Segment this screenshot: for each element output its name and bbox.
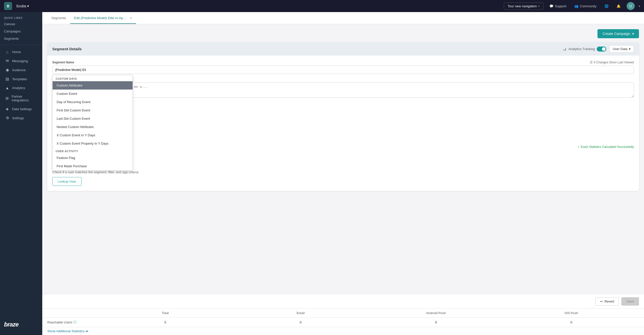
- dropdown-item-first-purchase[interactable]: First Made Purchase: [53, 162, 133, 170]
- dropdown-item-nested-custom[interactable]: Nested Custom Attributes: [53, 123, 133, 131]
- quick-links-header: QUICK LINKS: [0, 15, 42, 20]
- sidebar-item-label-data-settings: Data Settings: [12, 107, 32, 111]
- community-label: Community: [580, 4, 596, 8]
- total-header: Total: [98, 311, 233, 315]
- segment-name-section: Segment Name ☰ 0 Changes Since Last View…: [52, 61, 634, 74]
- data-settings-icon: ◈: [5, 107, 10, 111]
- sidebar-item-messaging[interactable]: ✉ Messaging: [1, 56, 41, 65]
- messaging-icon: ✉: [5, 59, 10, 63]
- analytics-tracking-control: 📊 Analytics Tracking: [562, 47, 607, 52]
- dropdown-item-feature-flag[interactable]: Feature Flag: [53, 154, 133, 162]
- sidebar-item-data-settings[interactable]: ◈ Data Settings: [1, 104, 41, 113]
- segment-card-body: Segment Name ☰ 0 Changes Since Last View…: [47, 56, 639, 191]
- changes-icon: ☰: [590, 61, 593, 64]
- sidebar-item-label-templates: Templates: [12, 77, 27, 81]
- ios-push-header: iOS Push: [504, 311, 639, 315]
- sidebar-item-templates[interactable]: ▤ Templates: [1, 74, 41, 83]
- tab-close-icon[interactable]: ✕: [130, 16, 132, 20]
- sidebar-item-partner-integrations[interactable]: ⊞ Partner Integrations: [1, 92, 41, 104]
- stats-data-row: Reachable Users ⓘ 5 0 0 0: [42, 317, 644, 327]
- user-lookup-title: User Lookup: [52, 165, 634, 169]
- apps-section: Apps and websites targeted: [52, 118, 634, 131]
- user-data-label: User Data: [613, 47, 627, 51]
- tab-edit[interactable]: Edit (Predictive Model) Elite In-Ap.... …: [70, 13, 136, 24]
- segment-details-title: Segment Details: [52, 47, 82, 51]
- create-campaign-button[interactable]: Create Campaign ▾: [597, 29, 639, 38]
- templates-icon: ▤: [5, 77, 10, 81]
- sidebar-quick-link-campaigns[interactable]: Campaigns: [0, 28, 42, 35]
- segment-description-section: Segment Description This segment is the …: [52, 78, 634, 103]
- org-name-label: Scuba: [16, 4, 26, 8]
- email-header: Email: [233, 311, 368, 315]
- dropdown-item-last-did[interactable]: Last Did Custom Event: [53, 114, 133, 123]
- tour-navigation-button[interactable]: Tour new navigation ▾: [504, 3, 543, 10]
- dropdown-item-day-recurring[interactable]: Day of Recurring Event: [53, 98, 133, 106]
- filters-description: You have not yet defined fi...: [52, 139, 634, 143]
- content-area: Create Campaign ▾ Segment Details 📊 Anal…: [42, 24, 644, 294]
- dropdown-item-x-custom-property[interactable]: X Custom Event Property In Y Days: [53, 139, 133, 148]
- tabs-bar: Segments Edit (Predictive Model) Elite I…: [42, 12, 644, 24]
- reachable-users-text: Reachable Users: [47, 320, 72, 324]
- community-button[interactable]: 👥 Community: [572, 3, 598, 9]
- apps-label: Apps and websites targeted: [52, 118, 634, 121]
- segment-details-card: Segment Details 📊 Analytics Tracking Use…: [47, 42, 639, 191]
- show-additional-arrow-icon: ➡: [86, 329, 88, 333]
- support-icon: 💬: [549, 4, 553, 8]
- tour-nav-label: Tour new navigation: [508, 4, 537, 8]
- changes-text: 0 Changes Since Last Viewed: [594, 61, 634, 64]
- dropdown-item-x-custom-y-days[interactable]: X Custom Event In Y Days: [53, 131, 133, 139]
- team-tag-section: + Add Team ▾ Ta...: [52, 107, 634, 114]
- filters-label: Filters: [52, 135, 634, 139]
- tab-segments[interactable]: Segments: [47, 13, 70, 24]
- sidebar-item-home[interactable]: ⌂ Home: [1, 48, 41, 56]
- save-button[interactable]: Save: [621, 297, 639, 306]
- segment-card-header: Segment Details 📊 Analytics Tracking Use…: [47, 42, 639, 56]
- analytics-tracking-label: Analytics Tracking: [569, 47, 595, 51]
- segment-name-input[interactable]: [52, 66, 634, 74]
- globe-icon[interactable]: 🌐: [602, 3, 611, 9]
- sidebar-item-label-messaging: Messaging: [12, 59, 28, 63]
- analytics-icon: ▲: [5, 86, 10, 90]
- segment-description-textarea[interactable]: This segment is the c... modeling based …: [52, 82, 634, 98]
- filters-section: Filters You have not yet defined fi... ✓…: [52, 135, 634, 159]
- filter-dropdown: Custom Data Custom Attributes Custom Eve…: [52, 75, 133, 171]
- audience-icon: ◉: [5, 68, 10, 72]
- sidebar-item-analytics[interactable]: ▲ Analytics: [1, 83, 41, 92]
- community-icon: 👥: [574, 4, 578, 8]
- header-right-controls: 📊 Analytics Tracking User Data ▾: [562, 45, 634, 53]
- tab-edit-label: Edit (Predictive Model) Elite In-Ap....: [74, 16, 127, 20]
- braze-wordmark: braze: [0, 317, 42, 332]
- sidebar-item-audience[interactable]: ◉ Audience: [1, 65, 41, 74]
- settings-icon: ⚙: [5, 116, 10, 120]
- analytics-tracking-toggle[interactable]: [597, 47, 606, 52]
- show-additional-label: Show Additional Statistics: [47, 329, 85, 333]
- user-avatar[interactable]: U: [627, 2, 635, 10]
- org-name-dropdown[interactable]: Scuba ▾: [16, 4, 29, 8]
- sidebar-quick-link-segments[interactable]: Segments: [0, 35, 42, 42]
- dropdown-item-first-did[interactable]: First Did Custom Event: [53, 106, 133, 114]
- support-label: Support: [555, 4, 567, 8]
- revert-button[interactable]: ↩ Revert: [595, 297, 619, 306]
- segment-description-label: Segment Description: [52, 78, 634, 81]
- support-button[interactable]: 💬 Support: [547, 3, 569, 9]
- dropdown-item-custom-attributes[interactable]: Custom Attributes: [53, 81, 133, 90]
- user-lookup-section: User Lookup Check if a user matches the …: [52, 165, 634, 186]
- sidebar-quick-link-canvas[interactable]: Canvas: [0, 20, 42, 28]
- create-campaign-label: Create Campaign: [602, 32, 630, 36]
- user-data-button[interactable]: User Data ▾: [609, 45, 634, 53]
- reachable-users-info-icon[interactable]: ⓘ: [73, 320, 76, 324]
- sidebar-item-label-settings: Settings: [12, 116, 24, 120]
- android-push-header: Android Push: [368, 311, 504, 315]
- show-additional-statistics[interactable]: Show Additional Statistics ➡: [42, 327, 644, 335]
- sidebar-item-settings[interactable]: ⚙ Settings: [1, 113, 41, 122]
- create-campaign-chevron-icon: ▾: [632, 32, 634, 36]
- notifications-icon[interactable]: 🔔: [615, 3, 623, 9]
- reachable-users-data-label: Reachable Users ⓘ: [47, 320, 98, 324]
- custom-data-header: Custom Data: [53, 75, 133, 81]
- sidebar-item-label-partner-integrations: Partner Integrations: [12, 95, 37, 102]
- revert-label: Revert: [605, 300, 614, 303]
- bottom-action-bar: ↩ Revert Save: [42, 294, 644, 309]
- lookup-user-button[interactable]: Lookup User: [52, 177, 82, 186]
- dropdown-item-custom-event[interactable]: Custom Event: [53, 90, 133, 98]
- top-navigation: B Scuba ▾ Tour new navigation ▾ 💬 Suppor…: [0, 0, 644, 12]
